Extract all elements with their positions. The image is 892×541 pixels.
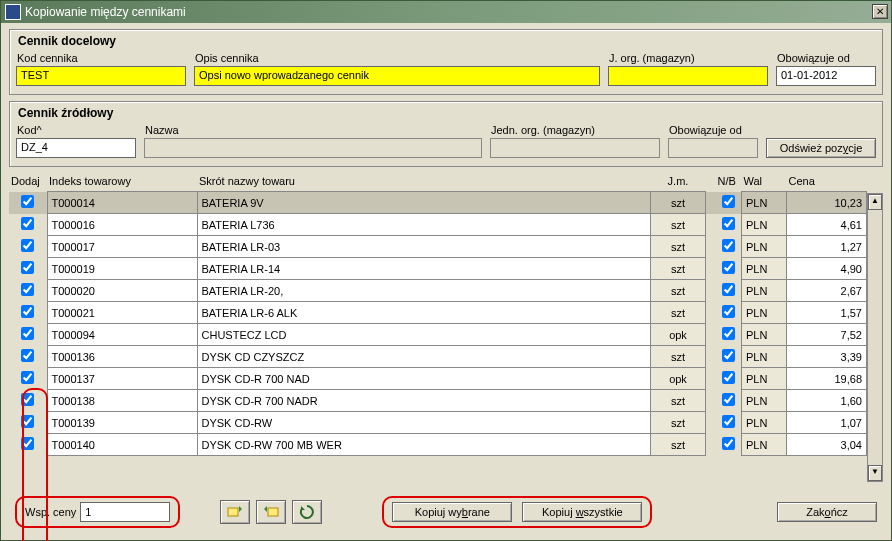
dodaj-checkbox[interactable] — [21, 195, 34, 208]
kod-cennika-label: Kod cennika — [17, 52, 186, 64]
cell-indeks: T000139 — [47, 412, 197, 434]
wsp-ceny-input[interactable] — [80, 502, 170, 522]
src-nazwa-field — [144, 138, 482, 158]
cell-skrot: DYSK CD-R 700 NADR — [197, 390, 651, 412]
cell-cena: 1,07 — [787, 412, 867, 434]
table-row[interactable]: T000017BATERIA LR-03sztPLN1,27 — [9, 236, 867, 258]
dodaj-checkbox[interactable] — [21, 349, 34, 362]
cell-skrot: DYSK CD-R 700 NAD — [197, 368, 651, 390]
close-button[interactable]: ✕ — [872, 4, 888, 19]
dodaj-checkbox[interactable] — [21, 239, 34, 252]
vertical-scrollbar[interactable]: ▲ ▼ — [867, 193, 883, 482]
nb-checkbox[interactable] — [722, 371, 735, 384]
kopiuj-wybrane-button[interactable]: Kopiuj wybrane — [392, 502, 512, 522]
cell-skrot: BATERIA LR-20, — [197, 280, 651, 302]
table-row[interactable]: T000138DYSK CD-R 700 NADRsztPLN1,60 — [9, 390, 867, 412]
window-title: Kopiowanie między cennikami — [25, 5, 186, 19]
col-wal: Wal — [742, 173, 787, 192]
refresh-button[interactable] — [292, 500, 322, 524]
obow-field[interactable]: 01-01-2012 — [776, 66, 876, 86]
cell-jm: szt — [651, 302, 706, 324]
svg-rect-1 — [268, 508, 278, 516]
cell-cena: 19,68 — [787, 368, 867, 390]
cell-skrot: BATERIA LR-6 ALK — [197, 302, 651, 324]
col-dodaj: Dodaj — [9, 173, 47, 192]
dodaj-checkbox[interactable] — [21, 261, 34, 274]
nb-checkbox[interactable] — [722, 195, 735, 208]
nb-checkbox[interactable] — [722, 393, 735, 406]
cell-skrot: DYSK CD-RW — [197, 412, 651, 434]
cell-cena: 1,60 — [787, 390, 867, 412]
cell-indeks: T000021 — [47, 302, 197, 324]
col-jm: J.m. — [651, 173, 706, 192]
cell-cena: 2,67 — [787, 280, 867, 302]
dodaj-checkbox[interactable] — [21, 415, 34, 428]
table-row[interactable]: T000094CHUSTECZ LCDopkPLN7,52 — [9, 324, 867, 346]
dodaj-checkbox[interactable] — [21, 393, 34, 406]
refresh-positions-button[interactable]: Odśwież pozycje — [766, 138, 876, 158]
cell-indeks: T000020 — [47, 280, 197, 302]
kopiuj-buttons-highlight: Kopiuj wybrane Kopiuj wszystkie — [382, 496, 652, 528]
table-row[interactable]: T000020BATERIA LR-20,sztPLN2,67 — [9, 280, 867, 302]
nb-checkbox[interactable] — [722, 305, 735, 318]
src-kod-field[interactable]: DZ_4 — [16, 138, 136, 158]
delete-row-button[interactable] — [256, 500, 286, 524]
insert-row-button[interactable] — [220, 500, 250, 524]
col-indeks: Indeks towarowy — [47, 173, 197, 192]
nb-checkbox[interactable] — [722, 349, 735, 362]
table-row[interactable]: T000019BATERIA LR-14sztPLN4,90 — [9, 258, 867, 280]
jorg-field[interactable] — [608, 66, 768, 86]
col-nb: N/B — [716, 173, 742, 192]
src-kod-label: Kod^ — [17, 124, 136, 136]
refresh-icon — [299, 504, 315, 520]
scroll-down-icon[interactable]: ▼ — [868, 465, 882, 481]
cell-cena: 10,23 — [787, 192, 867, 214]
cell-wal: PLN — [742, 214, 787, 236]
cell-wal: PLN — [742, 192, 787, 214]
cell-jm: szt — [651, 192, 706, 214]
scroll-up-icon[interactable]: ▲ — [868, 194, 882, 210]
cell-cena: 1,27 — [787, 236, 867, 258]
nb-checkbox[interactable] — [722, 437, 735, 450]
src-obow-label: Obowiązuje od — [669, 124, 758, 136]
cell-skrot: CHUSTECZ LCD — [197, 324, 651, 346]
table-row[interactable]: T000139DYSK CD-RWsztPLN1,07 — [9, 412, 867, 434]
table-row[interactable]: T000137DYSK CD-R 700 NADopkPLN19,68 — [9, 368, 867, 390]
cell-wal: PLN — [742, 236, 787, 258]
table-row[interactable]: T000140DYSK CD-RW 700 MB WERsztPLN3,04 — [9, 434, 867, 456]
nb-checkbox[interactable] — [722, 415, 735, 428]
zakoncz-button[interactable]: Zakończ — [777, 502, 877, 522]
nb-checkbox[interactable] — [722, 283, 735, 296]
cell-indeks: T000138 — [47, 390, 197, 412]
table-row[interactable]: T000014BATERIA 9VsztPLN10,23 — [9, 192, 867, 214]
dodaj-checkbox[interactable] — [21, 283, 34, 296]
cell-indeks: T000140 — [47, 434, 197, 456]
dodaj-checkbox[interactable] — [21, 217, 34, 230]
nb-checkbox[interactable] — [722, 261, 735, 274]
nb-checkbox[interactable] — [722, 327, 735, 340]
dodaj-checkbox[interactable] — [21, 437, 34, 450]
table-row[interactable]: T000016BATERIA L736sztPLN4,61 — [9, 214, 867, 236]
dodaj-checkbox[interactable] — [21, 327, 34, 340]
jorg-label: J. org. (magazyn) — [609, 52, 768, 64]
nb-checkbox[interactable] — [722, 217, 735, 230]
cell-indeks: T000014 — [47, 192, 197, 214]
opis-cennika-field[interactable]: Opsi nowo wprowadzanego cennik — [194, 66, 600, 86]
table-row[interactable]: T000136DYSK CD CZYSZCZsztPLN3,39 — [9, 346, 867, 368]
target-group-title: Cennik docelowy — [18, 34, 876, 48]
cell-indeks: T000019 — [47, 258, 197, 280]
cell-cena: 4,61 — [787, 214, 867, 236]
cell-jm: szt — [651, 412, 706, 434]
cell-cena: 3,04 — [787, 434, 867, 456]
dodaj-checkbox[interactable] — [21, 371, 34, 384]
kod-cennika-field[interactable]: TEST — [16, 66, 186, 86]
src-jorg-label: Jedn. org. (magazyn) — [491, 124, 660, 136]
kopiuj-wszystkie-button[interactable]: Kopiuj wszystkie — [522, 502, 642, 522]
dodaj-checkbox[interactable] — [21, 305, 34, 318]
cell-skrot: BATERIA LR-03 — [197, 236, 651, 258]
nb-checkbox[interactable] — [722, 239, 735, 252]
source-group-title: Cennik źródłowy — [18, 106, 876, 120]
insert-row-icon — [227, 505, 243, 519]
table-row[interactable]: T000021BATERIA LR-6 ALKsztPLN1,57 — [9, 302, 867, 324]
src-obow-field — [668, 138, 758, 158]
